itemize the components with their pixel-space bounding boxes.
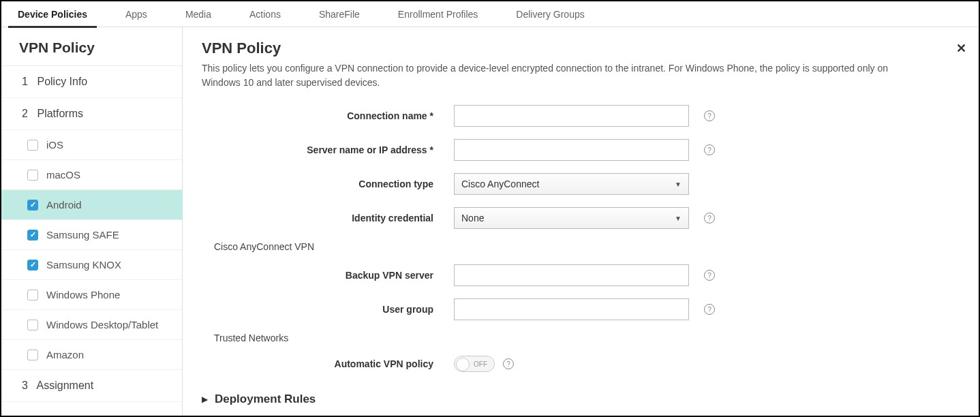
toggle-auto-vpn-policy[interactable]: OFF — [454, 356, 495, 372]
select-value: None — [461, 213, 484, 223]
help-icon[interactable]: ? — [704, 144, 715, 155]
row-connection-type: Connection type Cisco AnyConnect ▼ — [202, 173, 960, 195]
checkbox-icon[interactable] — [27, 290, 38, 300]
checkbox-icon[interactable] — [27, 140, 38, 151]
row-auto-vpn-policy: Automatic VPN policy OFF ? — [202, 356, 960, 372]
platform-label: Amazon — [46, 349, 84, 360]
step-num: 1 — [22, 76, 34, 88]
tab-sharefile[interactable]: ShareFile — [309, 1, 369, 27]
platform-label: iOS — [46, 139, 63, 151]
row-backup-vpn: Backup VPN server ? — [202, 264, 960, 286]
label-user-group: User group — [202, 304, 454, 315]
platform-label: macOS — [46, 169, 80, 181]
platform-item-ios[interactable]: iOS — [1, 130, 182, 160]
platform-label: Windows Desktop/Tablet — [46, 319, 158, 330]
content-description: This policy lets you configure a VPN con… — [202, 61, 924, 90]
help-icon[interactable]: ? — [503, 358, 514, 369]
platform-item-windows-phone[interactable]: Windows Phone — [1, 280, 182, 310]
step-num: 3 — [22, 380, 34, 392]
platform-item-samsung-knox[interactable]: Samsung KNOX — [1, 250, 182, 280]
sidebar-step-policy-info[interactable]: 1 Policy Info — [1, 66, 182, 98]
tab-enrollment-profiles[interactable]: Enrollment Profiles — [388, 1, 488, 27]
input-server-name[interactable] — [454, 139, 689, 161]
row-identity-credential: Identity credential None ▼ ? — [202, 207, 960, 229]
checkbox-icon[interactable] — [27, 230, 38, 241]
step-label: Platforms — [37, 108, 83, 119]
checkbox-icon[interactable] — [27, 320, 38, 330]
row-server-name: Server name or IP address * ? — [202, 139, 960, 161]
help-icon[interactable]: ? — [704, 304, 715, 315]
label-auto-vpn-policy: Automatic VPN policy — [202, 358, 454, 369]
sidebar-step-assignment[interactable]: 3 Assignment — [1, 370, 182, 402]
tab-actions[interactable]: Actions — [240, 1, 290, 27]
label-identity-credential: Identity credential — [202, 213, 454, 223]
platform-item-samsung-safe[interactable]: Samsung SAFE — [1, 220, 182, 250]
caret-right-icon: ▶ — [202, 395, 208, 404]
platform-label: Windows Phone — [46, 289, 120, 300]
step-label: Policy Info — [37, 76, 87, 87]
deployment-rules-title: Deployment Rules — [215, 392, 316, 406]
tab-delivery-groups[interactable]: Delivery Groups — [506, 1, 594, 27]
help-icon[interactable]: ? — [704, 110, 715, 121]
platform-label: Samsung SAFE — [46, 229, 119, 241]
platform-item-macos[interactable]: macOS — [1, 160, 182, 190]
platform-item-android[interactable]: Android — [1, 190, 182, 220]
step-num: 2 — [22, 108, 34, 120]
sidebar-step-platforms[interactable]: 2 Platforms — [1, 98, 182, 130]
platform-label: Android — [46, 199, 82, 211]
platform-item-windows-desktop[interactable]: Windows Desktop/Tablet — [1, 310, 182, 340]
checkbox-icon[interactable] — [27, 170, 38, 181]
platform-label: Samsung KNOX — [46, 259, 121, 271]
tab-device-policies[interactable]: Device Policies — [8, 1, 97, 27]
top-tabs: Device Policies Apps Media Actions Share… — [1, 1, 979, 27]
checkbox-icon[interactable] — [27, 200, 38, 211]
tab-apps[interactable]: Apps — [116, 1, 157, 27]
row-user-group: User group ? — [202, 298, 960, 320]
deployment-rules-toggle[interactable]: ▶ Deployment Rules — [202, 392, 960, 406]
label-connection-name: Connection name * — [202, 110, 454, 121]
main-container: VPN Policy 1 Policy Info 2 Platforms iOS… — [1, 27, 979, 416]
input-backup-vpn[interactable] — [454, 264, 689, 286]
sidebar-title: VPN Policy — [1, 27, 182, 66]
tab-media[interactable]: Media — [176, 1, 221, 27]
select-value: Cisco AnyConnect — [461, 179, 539, 189]
platform-list: iOS macOS Android Samsung SAFE Samsung K… — [1, 130, 182, 370]
section-trusted-networks: Trusted Networks — [214, 333, 960, 343]
label-backup-vpn: Backup VPN server — [202, 270, 454, 281]
chevron-down-icon: ▼ — [675, 215, 682, 222]
checkbox-icon[interactable] — [27, 260, 38, 271]
step-label: Assignment — [37, 380, 94, 391]
close-icon[interactable]: ✕ — [956, 41, 966, 56]
help-icon[interactable]: ? — [704, 270, 715, 281]
sidebar: VPN Policy 1 Policy Info 2 Platforms iOS… — [1, 27, 183, 416]
label-connection-type: Connection type — [202, 179, 454, 189]
input-connection-name[interactable] — [454, 105, 689, 127]
row-connection-name: Connection name * ? — [202, 105, 960, 127]
content-title: VPN Policy — [202, 40, 960, 57]
help-icon[interactable]: ? — [704, 213, 715, 223]
checkbox-icon[interactable] — [27, 350, 38, 360]
select-identity-credential[interactable]: None ▼ — [454, 207, 689, 229]
select-connection-type[interactable]: Cisco AnyConnect ▼ — [454, 173, 689, 195]
input-user-group[interactable] — [454, 298, 689, 320]
toggle-state: OFF — [474, 360, 487, 368]
label-server-name: Server name or IP address * — [202, 144, 454, 155]
platform-item-amazon[interactable]: Amazon — [1, 340, 182, 370]
content-panel: ✕ VPN Policy This policy lets you config… — [183, 27, 979, 416]
chevron-down-icon: ▼ — [675, 181, 682, 188]
section-cisco-anyconnect: Cisco AnyConnect VPN — [214, 241, 960, 252]
